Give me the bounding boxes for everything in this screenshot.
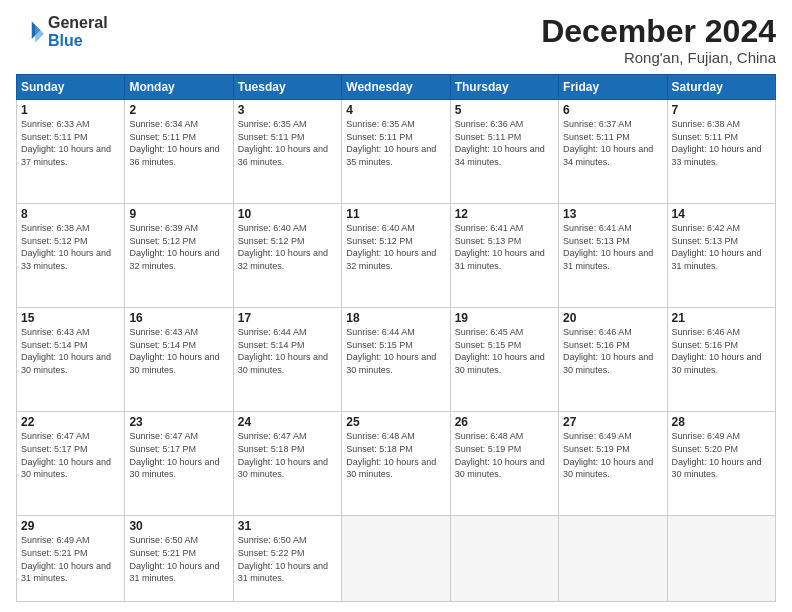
calendar-cell: 28 Sunrise: 6:49 AMSunset: 5:20 PMDaylig… [667,412,775,516]
calendar-cell: 10 Sunrise: 6:40 AMSunset: 5:12 PMDaylig… [233,204,341,308]
day-number: 14 [672,207,771,221]
day-number: 27 [563,415,662,429]
calendar-cell: 27 Sunrise: 6:49 AMSunset: 5:19 PMDaylig… [559,412,667,516]
calendar-cell [450,516,558,602]
calendar-cell: 24 Sunrise: 6:47 AMSunset: 5:18 PMDaylig… [233,412,341,516]
day-number: 2 [129,103,228,117]
location: Rong'an, Fujian, China [541,49,776,66]
day-info: Sunrise: 6:35 AMSunset: 5:11 PMDaylight:… [346,118,445,168]
calendar-week-row: 8 Sunrise: 6:38 AMSunset: 5:12 PMDayligh… [17,204,776,308]
day-number: 4 [346,103,445,117]
day-number: 28 [672,415,771,429]
calendar-cell: 12 Sunrise: 6:41 AMSunset: 5:13 PMDaylig… [450,204,558,308]
day-number: 10 [238,207,337,221]
day-info: Sunrise: 6:40 AMSunset: 5:12 PMDaylight:… [346,222,445,272]
day-info: Sunrise: 6:44 AMSunset: 5:14 PMDaylight:… [238,326,337,376]
day-number: 18 [346,311,445,325]
day-number: 15 [21,311,120,325]
day-number: 11 [346,207,445,221]
day-number: 23 [129,415,228,429]
calendar-cell: 26 Sunrise: 6:48 AMSunset: 5:19 PMDaylig… [450,412,558,516]
day-info: Sunrise: 6:39 AMSunset: 5:12 PMDaylight:… [129,222,228,272]
calendar-cell: 22 Sunrise: 6:47 AMSunset: 5:17 PMDaylig… [17,412,125,516]
day-number: 1 [21,103,120,117]
calendar-cell: 16 Sunrise: 6:43 AMSunset: 5:14 PMDaylig… [125,308,233,412]
day-number: 8 [21,207,120,221]
day-info: Sunrise: 6:33 AMSunset: 5:11 PMDaylight:… [21,118,120,168]
day-info: Sunrise: 6:48 AMSunset: 5:18 PMDaylight:… [346,430,445,480]
calendar-cell: 1 Sunrise: 6:33 AMSunset: 5:11 PMDayligh… [17,100,125,204]
day-number: 7 [672,103,771,117]
calendar-cell: 23 Sunrise: 6:47 AMSunset: 5:17 PMDaylig… [125,412,233,516]
day-info: Sunrise: 6:38 AMSunset: 5:12 PMDaylight:… [21,222,120,272]
logo-general-text: General [48,14,108,31]
day-number: 19 [455,311,554,325]
weekday-header: Tuesday [233,75,341,100]
calendar-cell: 29 Sunrise: 6:49 AMSunset: 5:21 PMDaylig… [17,516,125,602]
calendar-cell: 31 Sunrise: 6:50 AMSunset: 5:22 PMDaylig… [233,516,341,602]
calendar-cell: 3 Sunrise: 6:35 AMSunset: 5:11 PMDayligh… [233,100,341,204]
day-number: 16 [129,311,228,325]
day-number: 9 [129,207,228,221]
calendar-cell: 15 Sunrise: 6:43 AMSunset: 5:14 PMDaylig… [17,308,125,412]
day-number: 24 [238,415,337,429]
calendar-week-row: 22 Sunrise: 6:47 AMSunset: 5:17 PMDaylig… [17,412,776,516]
calendar-cell: 18 Sunrise: 6:44 AMSunset: 5:15 PMDaylig… [342,308,450,412]
calendar-cell: 7 Sunrise: 6:38 AMSunset: 5:11 PMDayligh… [667,100,775,204]
calendar-page: General Blue December 2024 Rong'an, Fuji… [0,0,792,612]
day-info: Sunrise: 6:37 AMSunset: 5:11 PMDaylight:… [563,118,662,168]
svg-marker-1 [35,25,44,43]
calendar-cell: 30 Sunrise: 6:50 AMSunset: 5:21 PMDaylig… [125,516,233,602]
day-info: Sunrise: 6:38 AMSunset: 5:11 PMDaylight:… [672,118,771,168]
day-info: Sunrise: 6:47 AMSunset: 5:17 PMDaylight:… [129,430,228,480]
calendar-cell: 2 Sunrise: 6:34 AMSunset: 5:11 PMDayligh… [125,100,233,204]
day-number: 25 [346,415,445,429]
calendar-cell: 11 Sunrise: 6:40 AMSunset: 5:12 PMDaylig… [342,204,450,308]
calendar-cell: 9 Sunrise: 6:39 AMSunset: 5:12 PMDayligh… [125,204,233,308]
day-number: 30 [129,519,228,533]
title-block: December 2024 Rong'an, Fujian, China [541,14,776,66]
weekday-header: Wednesday [342,75,450,100]
month-title: December 2024 [541,14,776,49]
calendar-cell: 25 Sunrise: 6:48 AMSunset: 5:18 PMDaylig… [342,412,450,516]
calendar-cell: 17 Sunrise: 6:44 AMSunset: 5:14 PMDaylig… [233,308,341,412]
day-info: Sunrise: 6:50 AMSunset: 5:21 PMDaylight:… [129,534,228,584]
day-info: Sunrise: 6:49 AMSunset: 5:20 PMDaylight:… [672,430,771,480]
day-info: Sunrise: 6:49 AMSunset: 5:19 PMDaylight:… [563,430,662,480]
calendar-cell [667,516,775,602]
day-number: 17 [238,311,337,325]
calendar-week-row: 15 Sunrise: 6:43 AMSunset: 5:14 PMDaylig… [17,308,776,412]
calendar-cell: 4 Sunrise: 6:35 AMSunset: 5:11 PMDayligh… [342,100,450,204]
day-info: Sunrise: 6:49 AMSunset: 5:21 PMDaylight:… [21,534,120,584]
day-info: Sunrise: 6:47 AMSunset: 5:17 PMDaylight:… [21,430,120,480]
day-number: 21 [672,311,771,325]
calendar-cell: 14 Sunrise: 6:42 AMSunset: 5:13 PMDaylig… [667,204,775,308]
weekday-header: Sunday [17,75,125,100]
header: General Blue December 2024 Rong'an, Fuji… [16,14,776,66]
calendar-table: SundayMondayTuesdayWednesdayThursdayFrid… [16,74,776,602]
calendar-cell: 19 Sunrise: 6:45 AMSunset: 5:15 PMDaylig… [450,308,558,412]
day-info: Sunrise: 6:41 AMSunset: 5:13 PMDaylight:… [455,222,554,272]
day-number: 22 [21,415,120,429]
day-info: Sunrise: 6:45 AMSunset: 5:15 PMDaylight:… [455,326,554,376]
calendar-cell: 5 Sunrise: 6:36 AMSunset: 5:11 PMDayligh… [450,100,558,204]
day-info: Sunrise: 6:36 AMSunset: 5:11 PMDaylight:… [455,118,554,168]
logo-icon [16,18,44,46]
weekday-header: Friday [559,75,667,100]
day-info: Sunrise: 6:46 AMSunset: 5:16 PMDaylight:… [672,326,771,376]
day-number: 29 [21,519,120,533]
day-info: Sunrise: 6:50 AMSunset: 5:22 PMDaylight:… [238,534,337,584]
day-info: Sunrise: 6:47 AMSunset: 5:18 PMDaylight:… [238,430,337,480]
day-number: 26 [455,415,554,429]
logo: General Blue [16,14,108,49]
day-info: Sunrise: 6:44 AMSunset: 5:15 PMDaylight:… [346,326,445,376]
calendar-cell [342,516,450,602]
calendar-cell: 21 Sunrise: 6:46 AMSunset: 5:16 PMDaylig… [667,308,775,412]
day-number: 6 [563,103,662,117]
logo-blue-text: Blue [48,32,83,49]
day-info: Sunrise: 6:48 AMSunset: 5:19 PMDaylight:… [455,430,554,480]
day-info: Sunrise: 6:35 AMSunset: 5:11 PMDaylight:… [238,118,337,168]
day-number: 12 [455,207,554,221]
day-info: Sunrise: 6:43 AMSunset: 5:14 PMDaylight:… [21,326,120,376]
day-info: Sunrise: 6:41 AMSunset: 5:13 PMDaylight:… [563,222,662,272]
